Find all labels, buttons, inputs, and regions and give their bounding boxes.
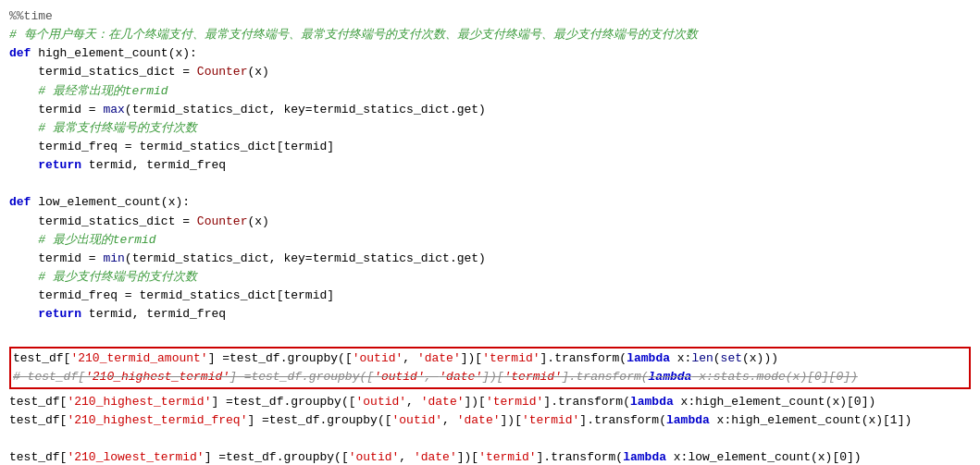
comment-line-3: # 最常支付终端号的支付次数 xyxy=(9,119,971,138)
def-high-line: def high_element_count(x): xyxy=(9,44,971,63)
empty-1 xyxy=(9,175,971,193)
comment-line-4: # 最少出现的termid xyxy=(9,231,971,250)
highest-termid-line: test_df['210_highest_termid'] =test_df.g… xyxy=(9,393,971,411)
high-return-line: return termid, termid_freq xyxy=(9,156,971,175)
low-counter-line: termid_statics_dict = Counter(x) xyxy=(9,213,971,231)
high-counter-line: termid_statics_dict = Counter(x) xyxy=(9,63,971,81)
magic-line: %%time xyxy=(9,7,971,26)
highlight-line-2-strike: # test_df['210_highest_termid'] =test_df… xyxy=(13,368,967,386)
empty-2 xyxy=(9,324,971,342)
empty-3 xyxy=(9,430,971,448)
code-container: %%time # 每个用户每天：在几个终端支付、最常支付终端号、最常支付终端号的… xyxy=(0,0,980,465)
def-low-line: def low_element_count(x): xyxy=(9,193,971,212)
high-max-line: termid = max(termid_statics_dict, key=te… xyxy=(9,101,971,119)
highlight-line-1: test_df['210_termid_amount'] =test_df.gr… xyxy=(13,349,967,368)
lowest-termid-line: test_df['210_lowest_termid'] =test_df.gr… xyxy=(9,448,971,465)
comment-line-1: # 每个用户每天：在几个终端支付、最常支付终端号、最常支付终端号的支付次数、最少… xyxy=(9,26,971,44)
comment-line-5: # 最少支付终端号的支付次数 xyxy=(9,268,971,287)
high-freq-line: termid_freq = termid_statics_dict[termid… xyxy=(9,138,971,156)
highest-termid-freq-line: test_df['210_highest_termid_freq'] =test… xyxy=(9,411,971,430)
low-return-line: return termid, termid_freq xyxy=(9,305,971,324)
low-freq-line: termid_freq = termid_statics_dict[termid… xyxy=(9,287,971,305)
highlighted-block: test_df['210_termid_amount'] =test_df.gr… xyxy=(9,347,971,389)
low-min-line: termid = min(termid_statics_dict, key=te… xyxy=(9,250,971,268)
comment-line-2: # 最经常出现的termid xyxy=(9,82,971,101)
